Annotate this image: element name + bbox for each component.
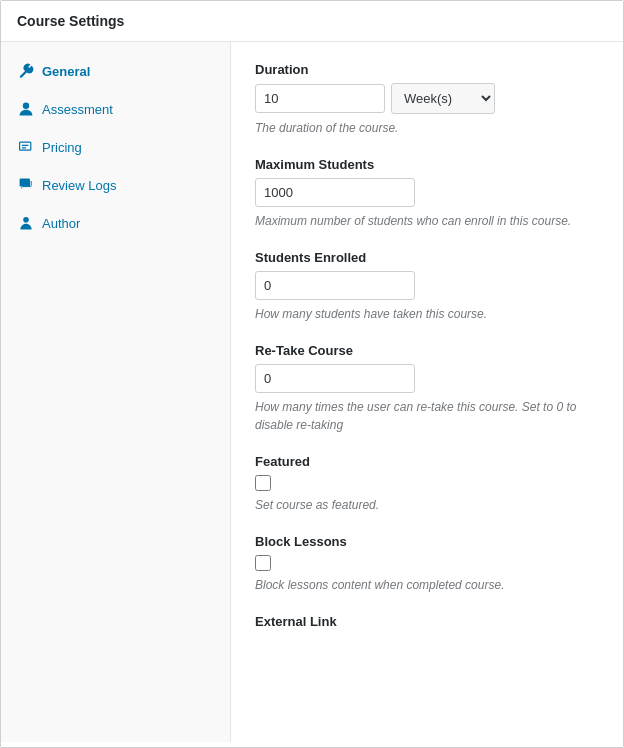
sidebar-label-pricing: Pricing — [42, 140, 82, 155]
students-enrolled-description: How many students have taken this course… — [255, 305, 599, 323]
pricing-icon — [17, 138, 35, 156]
sidebar-item-author[interactable]: Author — [1, 204, 230, 242]
duration-row: Day(s) Week(s) Month(s) — [255, 83, 599, 114]
content-area: General Assessment — [1, 42, 623, 742]
main-content: Duration Day(s) Week(s) Month(s) The dur… — [231, 42, 623, 742]
retake-course-label: Re-Take Course — [255, 343, 599, 358]
sidebar-item-review-logs[interactable]: Review Logs — [1, 166, 230, 204]
max-students-description: Maximum number of students who can enrol… — [255, 212, 599, 230]
svg-rect-2 — [20, 179, 30, 187]
sidebar-item-assessment[interactable]: Assessment — [1, 90, 230, 128]
students-enrolled-input[interactable] — [255, 271, 415, 300]
author-icon — [17, 214, 35, 232]
block-lessons-field-group: Block Lessons Block lessons content when… — [255, 534, 599, 594]
duration-description: The duration of the course. — [255, 119, 599, 137]
svg-point-3 — [23, 217, 29, 223]
sidebar-label-general: General — [42, 64, 90, 79]
max-students-input[interactable] — [255, 178, 415, 207]
duration-label: Duration — [255, 62, 599, 77]
duration-input[interactable] — [255, 84, 385, 113]
duration-field-group: Duration Day(s) Week(s) Month(s) The dur… — [255, 62, 599, 137]
external-link-label: External Link — [255, 614, 599, 629]
external-link-field-group: External Link — [255, 614, 599, 629]
review-logs-icon — [17, 176, 35, 194]
block-lessons-label: Block Lessons — [255, 534, 599, 549]
featured-field-group: Featured Set course as featured. — [255, 454, 599, 514]
sidebar-label-author: Author — [42, 216, 80, 231]
wrench-icon — [17, 62, 35, 80]
sidebar-item-pricing[interactable]: Pricing — [1, 128, 230, 166]
block-lessons-description: Block lessons content when completed cou… — [255, 576, 599, 594]
block-lessons-checkbox-wrapper — [255, 555, 599, 571]
featured-checkbox[interactable] — [255, 475, 271, 491]
sidebar-label-assessment: Assessment — [42, 102, 113, 117]
page-title: Course Settings — [17, 13, 607, 29]
retake-course-description: How many times the user can re-take this… — [255, 398, 599, 434]
duration-unit-select[interactable]: Day(s) Week(s) Month(s) — [391, 83, 495, 114]
retake-course-input[interactable] — [255, 364, 415, 393]
page-header: Course Settings — [1, 1, 623, 42]
sidebar-label-review-logs: Review Logs — [42, 178, 116, 193]
students-enrolled-label: Students Enrolled — [255, 250, 599, 265]
max-students-field-group: Maximum Students Maximum number of stude… — [255, 157, 599, 230]
svg-point-0 — [23, 103, 29, 109]
max-students-label: Maximum Students — [255, 157, 599, 172]
sidebar: General Assessment — [1, 42, 231, 742]
course-settings-panel: Course Settings General — [0, 0, 624, 748]
featured-checkbox-wrapper — [255, 475, 599, 491]
svg-rect-1 — [20, 142, 31, 150]
retake-course-field-group: Re-Take Course How many times the user c… — [255, 343, 599, 434]
sidebar-item-general[interactable]: General — [1, 52, 230, 90]
block-lessons-checkbox[interactable] — [255, 555, 271, 571]
students-enrolled-field-group: Students Enrolled How many students have… — [255, 250, 599, 323]
assessment-icon — [17, 100, 35, 118]
featured-description: Set course as featured. — [255, 496, 599, 514]
featured-label: Featured — [255, 454, 599, 469]
